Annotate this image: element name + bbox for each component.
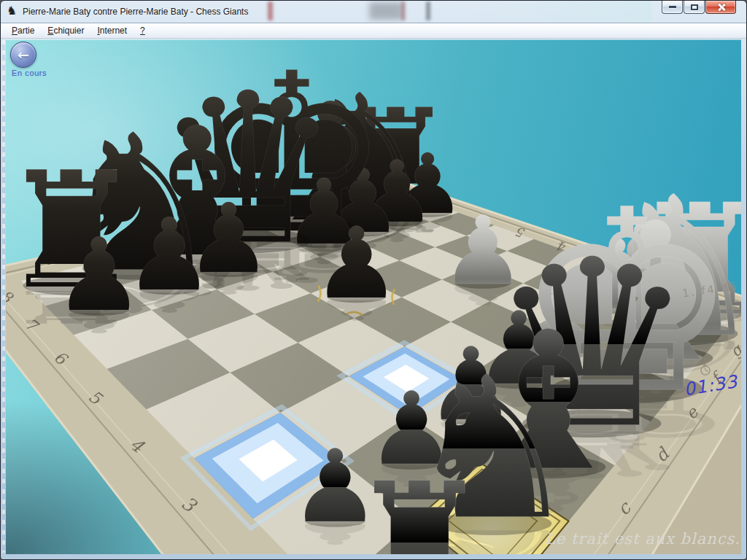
maximize-icon [691, 4, 698, 10]
glass-blur-smudge [268, 1, 273, 20]
game-viewport: 1234567812345678abcdefghabcdefgh♜♜♟♟♞♞♟♟… [6, 39, 741, 554]
chess-board-3d[interactable]: 1234567812345678abcdefghabcdefgh♜♜♟♟♞♞♟♟… [6, 39, 741, 554]
piece-white-rook-a1[interactable]: ♜ [347, 448, 492, 554]
menu-bar: PartieEchiquierInternet? [1, 23, 746, 39]
game-in-progress-link[interactable]: En cours [12, 69, 47, 77]
maximize-button[interactable] [684, 1, 705, 14]
menu-item-?[interactable]: ? [133, 23, 152, 38]
piece-black-pawn-a7[interactable]: ♟ [54, 217, 144, 334]
glass-blur-smudge [401, 1, 405, 20]
menu-item-partie[interactable]: Partie [5, 23, 41, 38]
minimize-icon [669, 6, 676, 8]
glass-blur-smudge [426, 1, 430, 20]
close-button[interactable] [705, 1, 736, 14]
menu-item-echiquier[interactable]: Echiquier [41, 23, 90, 38]
back-arrow-icon: ← [18, 48, 29, 62]
menu-items: PartieEchiquierInternet? [5, 23, 152, 38]
title-bar[interactable]: ♞ Pierre-Marie Baty contre Pierre-Marie … [1, 1, 746, 23]
close-icon [716, 3, 726, 11]
piece-black-pawn-d5[interactable]: ♟ [312, 206, 400, 321]
app-icon-knight: ♞ [7, 4, 17, 18]
status-text: Le trait est aux blancs. [545, 530, 740, 548]
glass-blur-smudge [369, 2, 403, 20]
glass-tint [462, 1, 651, 23]
menu-item-internet[interactable]: Internet [90, 23, 133, 38]
window-frame-glass [2, 40, 5, 553]
window-title: Pierre-Marie Baty contre Pierre-Marie Ba… [23, 7, 248, 17]
minimize-button[interactable] [662, 1, 683, 14]
app-window: ♞ Pierre-Marie Baty contre Pierre-Marie … [0, 0, 747, 560]
back-button[interactable]: ← [10, 42, 36, 68]
